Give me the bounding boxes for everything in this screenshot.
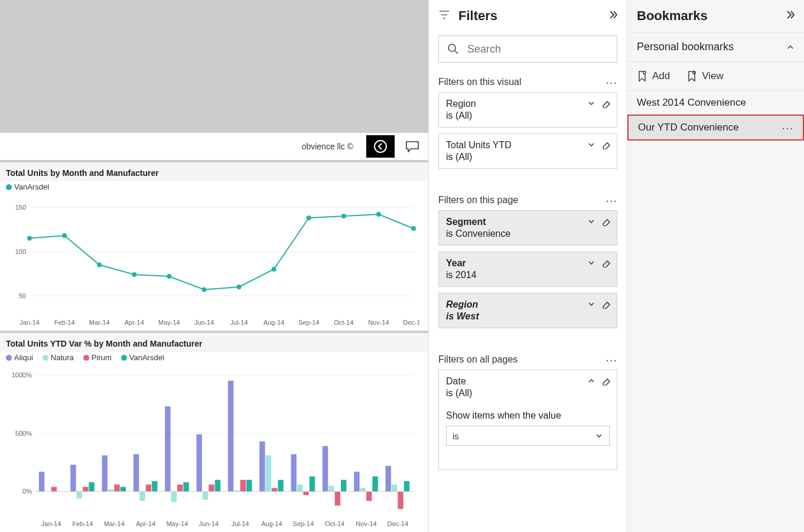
svg-text:1000%: 1000% [12, 371, 32, 378]
svg-text:Apr-14: Apr-14 [125, 319, 144, 326]
visual-line-total-units[interactable]: Total Units by Month and Manufacturer Va… [0, 162, 428, 331]
svg-point-14 [272, 267, 276, 272]
svg-rect-83 [372, 476, 377, 492]
bookmark-item[interactable]: West 2014 Convenience [627, 91, 804, 115]
filter-card[interactable]: Region is West [438, 293, 617, 328]
svg-rect-40 [134, 454, 139, 491]
svg-rect-60 [392, 485, 397, 492]
svg-rect-69 [303, 491, 308, 495]
eraser-icon[interactable] [601, 299, 611, 309]
svg-text:Mar-14: Mar-14 [104, 520, 125, 527]
more-options-icon[interactable]: ··· [606, 198, 617, 203]
svg-text:Jan-14: Jan-14 [41, 520, 61, 527]
svg-rect-70 [335, 491, 340, 505]
filter-icon [438, 8, 450, 24]
filter-card[interactable]: Year is 2014 [438, 252, 617, 287]
svg-rect-74 [89, 482, 94, 492]
bookmarks-header: Bookmarks [627, 0, 804, 32]
chevron-icon[interactable] [587, 99, 595, 107]
chevron-icon[interactable] [587, 141, 595, 149]
filter-card[interactable]: Segment is Convenience [438, 210, 617, 246]
svg-point-16 [341, 214, 346, 218]
more-options-icon[interactable]: ··· [782, 125, 793, 130]
eraser-icon[interactable] [601, 217, 611, 226]
svg-rect-54 [203, 491, 208, 500]
filters-header: Filters [429, 0, 627, 32]
more-options-icon[interactable]: ··· [606, 357, 617, 362]
filter-card[interactable]: Region is (All) [438, 92, 617, 128]
svg-point-98 [448, 44, 455, 51]
svg-rect-63 [114, 485, 119, 492]
legend-item[interactable]: Aliqui [6, 353, 33, 362]
svg-text:Dec-14: Dec-14 [403, 319, 419, 326]
bookmark-list: West 2014 Convenience Our YTD Convenienc… [627, 91, 804, 141]
bookmark-view-icon [686, 70, 697, 82]
eraser-icon[interactable] [601, 99, 611, 108]
filters-search[interactable] [438, 35, 617, 63]
collapse-pane-icon[interactable] [784, 8, 795, 24]
personal-bookmarks-header[interactable]: Personal bookmarks [627, 32, 804, 62]
chevron-icon[interactable] [587, 217, 595, 226]
svg-text:Jan-14: Jan-14 [19, 319, 40, 326]
chevron-up-icon[interactable] [587, 377, 595, 385]
bookmark-item-selected[interactable]: Our YTD Convenience ··· [627, 115, 804, 141]
svg-text:Jul-14: Jul-14 [230, 319, 248, 326]
svg-point-7 [27, 236, 32, 241]
bookmarks-pane: Bookmarks Personal bookmarks Add View We… [627, 0, 804, 532]
svg-rect-42 [197, 435, 202, 492]
legend-item[interactable]: VanArsdel [6, 182, 49, 191]
chevron-icon[interactable] [587, 300, 595, 308]
filter-value: is Convenience [446, 229, 610, 239]
filters-search-input[interactable] [467, 43, 608, 56]
filters-visual-header: Filters on this visual ··· [429, 71, 627, 92]
bookmarks-title: Bookmarks [637, 8, 708, 24]
eraser-icon[interactable] [601, 376, 611, 386]
add-bookmark-button[interactable]: Add [637, 70, 670, 82]
svg-text:Jul-14: Jul-14 [232, 520, 249, 527]
svg-rect-44 [259, 442, 265, 492]
svg-rect-47 [354, 472, 359, 492]
collapse-pane-icon[interactable] [607, 8, 617, 24]
filter-value: is (All) [446, 110, 610, 121]
chevron-icon[interactable] [587, 259, 595, 267]
svg-point-13 [237, 285, 242, 289]
svg-text:Mar-14: Mar-14 [89, 319, 110, 326]
bookmark-add-icon [637, 70, 647, 82]
svg-rect-64 [146, 485, 151, 492]
condition-dropdown[interactable]: is [446, 426, 610, 446]
legend-item[interactable]: Pirum [83, 353, 112, 362]
more-options-icon[interactable]: ··· [606, 80, 617, 84]
search-icon [447, 43, 459, 55]
view-bookmark-button[interactable]: View [686, 70, 724, 82]
filter-card-date[interactable]: Date is (All) Show items when the value … [438, 370, 617, 470]
visual-bar-ytd-var[interactable]: Total Units YTD Var % by Month and Manuf… [0, 333, 428, 532]
svg-rect-68 [272, 488, 277, 492]
eraser-icon[interactable] [601, 258, 611, 267]
svg-rect-52 [139, 491, 145, 501]
filter-card[interactable]: Total Units YTD is (All) [438, 133, 617, 169]
filter-value: is (All) [446, 388, 610, 399]
svg-text:500%: 500% [15, 430, 32, 437]
filters-page-header: Filters on this page ··· [429, 189, 627, 210]
attribution-text: obvience llc © [302, 142, 353, 151]
line-chart-svg: 50100150Jan-14Feb-14Mar-14Apr-14May-14Ju… [6, 192, 419, 328]
attribution-bar: obvience llc © [0, 133, 428, 160]
svg-rect-71 [366, 491, 372, 501]
personal-bookmarks-title: Personal bookmarks [637, 41, 734, 53]
svg-rect-38 [70, 465, 76, 491]
comment-icon[interactable] [405, 141, 419, 152]
svg-rect-48 [386, 466, 391, 491]
section-title: Filters on this page [438, 195, 518, 205]
svg-rect-58 [328, 486, 334, 492]
svg-point-8 [62, 233, 67, 238]
svg-rect-81 [310, 476, 315, 492]
legend-item[interactable]: VanArsdel [121, 353, 164, 362]
svg-point-100 [693, 71, 695, 74]
svg-text:Aug-14: Aug-14 [263, 319, 284, 326]
logo-tile[interactable] [366, 135, 395, 158]
legend-item[interactable]: Natura [43, 353, 74, 362]
svg-rect-41 [165, 406, 170, 491]
eraser-icon[interactable] [601, 140, 611, 149]
svg-text:May-14: May-14 [158, 319, 180, 326]
svg-text:Sep-14: Sep-14 [293, 520, 314, 527]
